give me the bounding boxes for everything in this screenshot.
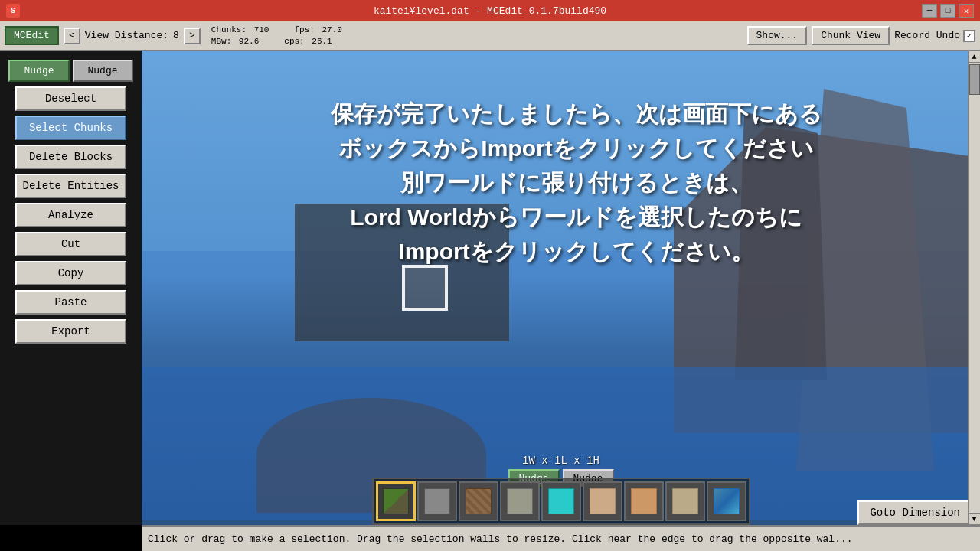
hotbar-slot-2[interactable] — [417, 481, 457, 521]
right-scrollbar: ▲ ▼ — [968, 51, 980, 525]
selection-box — [402, 265, 448, 311]
analyze-button[interactable]: Analyze — [15, 203, 126, 227]
hotbar-item-shovel — [590, 488, 616, 514]
titlebar: S kaitei¥level.dat - MCEdit 0.1.7build49… — [0, 0, 980, 21]
mem-stat: MBw: 92.6 cps: 26.1 — [211, 36, 342, 47]
scroll-thumb[interactable] — [969, 64, 980, 95]
view-distance-label: View Distance: — [85, 30, 168, 41]
hotbar-slot-4[interactable] — [500, 481, 540, 521]
nudge-2-button[interactable]: Nudge — [73, 60, 133, 82]
delete-entities-button[interactable]: Delete Entities — [15, 174, 126, 198]
delete-blocks-button[interactable]: Delete Blocks — [15, 145, 126, 169]
jp-line-5: Importをクリックしてください。 — [203, 234, 949, 269]
hotbar-slot-3[interactable] — [459, 481, 498, 521]
jp-line-1: 保存が完了いたしましたら、次は画面下にある — [203, 96, 949, 131]
mcedit-button[interactable]: MCEdit — [5, 26, 59, 45]
hotbar-slot-5[interactable] — [541, 481, 581, 521]
toolbar: MCEdit < View Distance: 8 > Chunks: 710 … — [0, 21, 980, 51]
show-button[interactable]: Show... — [747, 26, 808, 45]
status-bar: Click or drag to make a selection. Drag … — [142, 525, 980, 551]
hotbar — [372, 478, 750, 525]
hotbar-slot-8[interactable] — [665, 481, 705, 521]
hotbar-item-grass — [383, 488, 409, 514]
hotbar-item-face2 — [672, 488, 698, 514]
sidebar: Nudge Nudge Deselect Select Chunks Delet… — [0, 51, 142, 525]
close-button[interactable]: ✕ — [959, 4, 974, 18]
app-icon: S — [6, 4, 20, 18]
view-distance-value: 8 — [173, 30, 179, 41]
window-controls: ─ □ ✕ — [922, 4, 974, 18]
record-undo-area: Record Undo ✓ — [894, 30, 975, 42]
hotbar-slot-6[interactable] — [583, 481, 622, 521]
size-indicator: 1W x 1L x 1H — [522, 455, 599, 467]
chunk-view-button[interactable]: Chunk View — [812, 26, 890, 45]
cut-button[interactable]: Cut — [15, 232, 126, 256]
main-area: 保存が完了いたしましたら、次は画面下にある ボックスからImportをクリックし… — [0, 51, 980, 551]
deselect-button[interactable]: Deselect — [15, 86, 126, 111]
hotbar-item-gravel — [507, 488, 533, 514]
chunks-stat: Chunks: 710 fps: 27.0 — [211, 24, 342, 35]
export-button[interactable]: Export — [15, 319, 126, 344]
hotbar-item-face1 — [631, 488, 657, 514]
hotbar-slot-7[interactable] — [624, 481, 664, 521]
restore-button[interactable]: □ — [940, 4, 956, 18]
hotbar-slot-9[interactable] — [707, 481, 746, 521]
nav-back-button[interactable]: < — [64, 28, 80, 44]
nudge-row: Nudge Nudge — [6, 60, 136, 82]
record-undo-checkbox[interactable]: ✓ — [963, 30, 975, 42]
paste-button[interactable]: Paste — [15, 290, 126, 315]
jp-line-2: ボックスからImportをクリックしてください — [203, 131, 949, 165]
jp-text-overlay: 保存が完了いたしましたら、次は画面下にある ボックスからImportをクリックし… — [203, 96, 949, 269]
toolbar-right: Show... Chunk View Record Undo ✓ — [747, 26, 975, 45]
status-text: Click or drag to make a selection. Drag … — [148, 533, 853, 545]
record-undo-label: Record Undo — [894, 30, 960, 41]
jp-line-4: Lord Worldからワールドを選択したのちに — [203, 200, 949, 234]
nav-fwd-button[interactable]: > — [184, 28, 201, 44]
hotbar-item-map — [714, 488, 740, 514]
goto-dimension-button[interactable]: Goto Dimension — [858, 500, 972, 525]
hotbar-item-dirt — [466, 488, 492, 514]
copy-button[interactable]: Copy — [15, 261, 126, 285]
hotbar-item-diamond — [548, 488, 574, 514]
hotbar-slot-1[interactable] — [376, 481, 416, 521]
mc-background[interactable]: 保存が完了いたしましたら、次は画面下にある ボックスからImportをクリックし… — [142, 51, 980, 551]
scroll-down-button[interactable]: ▼ — [969, 513, 981, 525]
nudge-1-button[interactable]: Nudge — [8, 60, 69, 82]
stats-block: Chunks: 710 fps: 27.0 MBw: 92.6 cps: 26.… — [211, 24, 342, 47]
jp-line-3: 別ワールドに張り付けるときは、 — [203, 165, 949, 200]
scroll-up-button[interactable]: ▲ — [969, 51, 981, 63]
hotbar-item-stone — [424, 488, 450, 514]
select-chunks-button[interactable]: Select Chunks — [15, 116, 126, 140]
minimize-button[interactable]: ─ — [922, 4, 937, 18]
window-title: kaitei¥level.dat - MCEdit 0.1.7build490 — [374, 5, 606, 17]
